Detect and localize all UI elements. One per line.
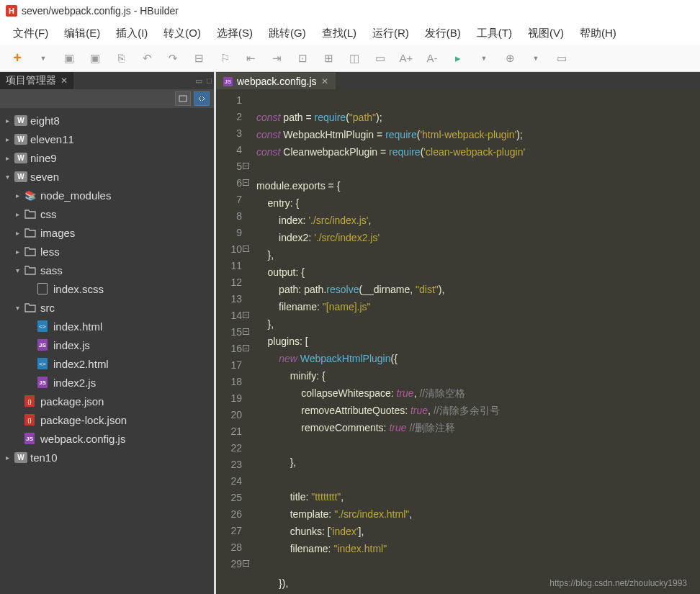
line-number[interactable]: 29− bbox=[216, 556, 242, 572]
line-number[interactable]: 2 bbox=[216, 109, 242, 125]
line-number[interactable]: 24 bbox=[216, 473, 242, 490]
terminal-icon[interactable]: ▭ bbox=[555, 51, 569, 66]
redo-icon[interactable]: ↷ bbox=[166, 51, 180, 66]
restore-icon[interactable]: □ bbox=[205, 76, 214, 85]
tree-item[interactable]: ▾Wseven bbox=[0, 167, 214, 186]
line-number[interactable]: 8 bbox=[216, 208, 242, 225]
expand-arrow-icon[interactable]: ▾ bbox=[3, 173, 12, 181]
uncomment-icon[interactable]: ⊞ bbox=[321, 51, 336, 66]
expand-arrow-icon[interactable]: ▾ bbox=[13, 266, 22, 274]
tree-item[interactable]: ▾src bbox=[0, 298, 214, 317]
line-number[interactable]: 22 bbox=[216, 440, 242, 456]
line-number[interactable]: 14− bbox=[216, 307, 242, 324]
tree-item[interactable]: ▸Weight8 bbox=[0, 111, 214, 130]
tree-item[interactable]: {}package-lock.json bbox=[0, 410, 214, 429]
menu-goto[interactable]: 跳转(G) bbox=[263, 24, 312, 43]
line-number[interactable]: 23 bbox=[216, 456, 242, 473]
line-number[interactable]: 6− bbox=[216, 175, 242, 192]
menu-run[interactable]: 运行(R) bbox=[367, 24, 415, 43]
line-number[interactable]: 11 bbox=[216, 258, 242, 274]
line-number[interactable]: 12 bbox=[216, 274, 242, 291]
save-icon[interactable]: ▣ bbox=[62, 51, 76, 66]
line-number[interactable]: 20 bbox=[216, 407, 242, 423]
copy-icon[interactable]: ⎘ bbox=[114, 51, 128, 66]
line-number[interactable]: 17 bbox=[216, 357, 242, 374]
line-number[interactable]: 9 bbox=[216, 225, 242, 241]
tree-item[interactable]: ▸Wten10 bbox=[0, 448, 214, 467]
tree-item[interactable]: index.scss bbox=[0, 279, 214, 298]
tree-item[interactable]: ▸📚node_modules bbox=[0, 186, 214, 204]
fold-icon[interactable]: − bbox=[243, 560, 249, 567]
line-number[interactable]: 1 bbox=[216, 92, 242, 109]
tree-item[interactable]: JSindex2.js bbox=[0, 373, 214, 392]
expand-arrow-icon[interactable]: ▸ bbox=[3, 117, 12, 125]
tree-item[interactable]: ▸Wnine9 bbox=[0, 148, 214, 167]
tree-item[interactable]: <>index.html bbox=[0, 317, 214, 336]
fold-icon[interactable]: − bbox=[243, 328, 249, 335]
tree-item[interactable]: ▸Weleven11 bbox=[0, 130, 214, 148]
line-number[interactable]: 5− bbox=[216, 158, 242, 175]
expand-arrow-icon[interactable]: ▾ bbox=[13, 304, 22, 312]
outdent-icon[interactable]: ⇤ bbox=[243, 51, 258, 66]
tree-item[interactable]: <>index2.html bbox=[0, 354, 214, 373]
fold-icon[interactable]: − bbox=[243, 345, 249, 351]
preview-icon[interactable]: ▭ bbox=[373, 51, 387, 66]
expand-arrow-icon[interactable]: ▸ bbox=[13, 248, 22, 256]
line-number[interactable]: 10− bbox=[216, 241, 242, 258]
menu-select[interactable]: 选择(S) bbox=[211, 24, 259, 43]
collapse-all-icon[interactable] bbox=[175, 91, 191, 106]
close-icon[interactable]: ✕ bbox=[60, 76, 68, 86]
menu-publish[interactable]: 发行(B) bbox=[419, 24, 467, 43]
fold-icon[interactable]: − bbox=[243, 179, 249, 186]
run-icon[interactable]: ▸ bbox=[451, 51, 465, 66]
menu-file[interactable]: 文件(F) bbox=[7, 24, 54, 43]
line-number[interactable]: 27 bbox=[216, 523, 242, 539]
line-number[interactable]: 21 bbox=[216, 423, 242, 440]
link-editor-icon[interactable] bbox=[194, 91, 210, 106]
bookmark-icon[interactable]: ⚐ bbox=[217, 51, 232, 66]
font-larger-icon[interactable]: A+ bbox=[399, 51, 413, 66]
line-number[interactable]: 18 bbox=[216, 374, 242, 390]
expand-arrow-icon[interactable]: ▸ bbox=[13, 210, 22, 218]
line-number[interactable]: 19 bbox=[216, 390, 242, 407]
close-icon[interactable]: ✕ bbox=[321, 76, 328, 86]
new-icon[interactable]: + bbox=[10, 51, 24, 66]
line-number[interactable]: 7 bbox=[216, 192, 242, 208]
line-number[interactable]: 25 bbox=[216, 490, 242, 506]
new-dropdown-icon[interactable]: ▼ bbox=[36, 51, 50, 66]
menu-edit[interactable]: 编辑(E) bbox=[58, 24, 106, 43]
line-number[interactable]: 28 bbox=[216, 539, 242, 556]
line-number[interactable]: 16− bbox=[216, 341, 242, 357]
menu-find[interactable]: 查找(L) bbox=[316, 24, 362, 43]
menu-view[interactable]: 视图(V) bbox=[522, 24, 570, 43]
indent-icon[interactable]: ⇥ bbox=[269, 51, 284, 66]
expand-arrow-icon[interactable]: ▸ bbox=[3, 154, 12, 162]
editor-tab-webpack[interactable]: JS webpack.config.js ✕ bbox=[216, 73, 336, 89]
line-number[interactable]: 3 bbox=[216, 125, 242, 142]
tree-item[interactable]: {}package.json bbox=[0, 392, 214, 410]
undo-icon[interactable]: ↶ bbox=[140, 51, 154, 66]
tree-item[interactable]: JSwebpack.config.js bbox=[0, 429, 214, 448]
tree-item[interactable]: ▸css bbox=[0, 204, 214, 223]
code-content[interactable]: const path = require("path"); const Webp… bbox=[246, 89, 700, 594]
line-number[interactable]: 15− bbox=[216, 324, 242, 341]
expand-arrow-icon[interactable]: ▸ bbox=[13, 192, 22, 199]
browser-icon[interactable]: ◫ bbox=[347, 51, 362, 66]
expand-arrow-icon[interactable]: ▸ bbox=[13, 229, 22, 237]
format-icon[interactable]: ⊟ bbox=[192, 51, 206, 66]
tree-item[interactable]: JSindex.js bbox=[0, 336, 214, 354]
tree-item[interactable]: ▾sass bbox=[0, 261, 214, 279]
line-number[interactable]: 4 bbox=[216, 142, 242, 158]
line-gutter[interactable]: 12345−6−78910−11121314−15−16−17181920212… bbox=[216, 89, 246, 594]
expand-arrow-icon[interactable]: ▸ bbox=[3, 454, 12, 462]
menu-tools[interactable]: 工具(T) bbox=[471, 24, 518, 43]
font-smaller-icon[interactable]: A- bbox=[425, 51, 439, 66]
menu-transform[interactable]: 转义(O) bbox=[158, 24, 207, 43]
line-number[interactable]: 26 bbox=[216, 506, 242, 523]
menu-help[interactable]: 帮助(H) bbox=[574, 24, 622, 43]
globe-icon[interactable]: ⊕ bbox=[503, 51, 517, 66]
menu-insert[interactable]: 插入(I) bbox=[110, 24, 153, 43]
run-dropdown-icon[interactable]: ▼ bbox=[477, 51, 491, 66]
save-all-icon[interactable]: ▣ bbox=[88, 51, 102, 66]
fold-icon[interactable]: − bbox=[243, 312, 249, 318]
